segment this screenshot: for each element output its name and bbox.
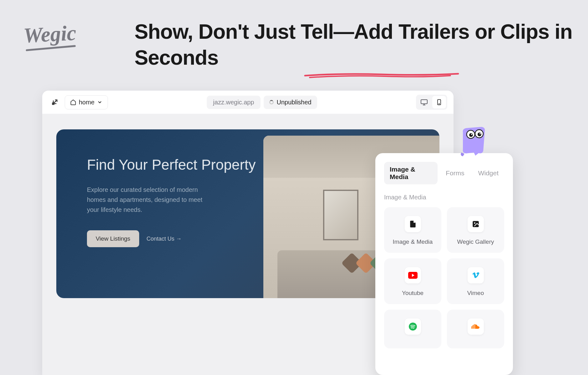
svg-rect-10 bbox=[474, 324, 475, 329]
media-label: Youtube bbox=[402, 290, 423, 297]
vimeo-icon bbox=[471, 272, 480, 279]
device-toggle bbox=[416, 95, 447, 110]
gallery-icon bbox=[472, 220, 480, 228]
home-dropdown[interactable]: home bbox=[65, 95, 108, 109]
tab-image-media[interactable]: Image & Media bbox=[384, 162, 438, 184]
hero-title: Find Your Perfect Property bbox=[87, 156, 263, 173]
wegic-logo: Wegic bbox=[23, 21, 77, 48]
media-label: Vimeo bbox=[467, 290, 484, 297]
svg-point-19 bbox=[479, 133, 481, 134]
svg-rect-0 bbox=[421, 100, 427, 104]
view-listings-button[interactable]: View Listings bbox=[87, 230, 139, 247]
svg-rect-9 bbox=[473, 325, 474, 329]
spotify-icon bbox=[408, 322, 417, 331]
tab-widget[interactable]: Widget bbox=[473, 166, 504, 181]
mobile-icon bbox=[436, 98, 442, 106]
chevron-down-icon bbox=[97, 99, 103, 105]
home-icon bbox=[70, 99, 76, 105]
media-item-wegic-gallery[interactable]: Wegic Gallery bbox=[447, 207, 504, 253]
media-label: Image & Media bbox=[393, 238, 433, 245]
tab-forms[interactable]: Forms bbox=[440, 166, 470, 181]
desktop-icon bbox=[420, 98, 428, 106]
media-item-youtube[interactable]: Youtube bbox=[384, 258, 441, 304]
media-item-image-media[interactable]: Image & Media bbox=[384, 207, 441, 253]
contact-us-link[interactable]: Contact Us → bbox=[147, 236, 182, 242]
svg-point-18 bbox=[471, 134, 472, 135]
hero-description: Explore our curated selection of modern … bbox=[87, 185, 215, 215]
svg-point-4 bbox=[474, 222, 475, 224]
url-display[interactable]: jazz.wegic.app bbox=[207, 96, 260, 109]
home-label: home bbox=[79, 99, 94, 106]
media-item-soundcloud[interactable] bbox=[447, 310, 504, 348]
page-headline: Show, Don't Just Tell—Add Trailers or Cl… bbox=[134, 19, 588, 70]
panel-tabs: Image & Media Forms Widget bbox=[384, 162, 504, 184]
desktop-view-button[interactable] bbox=[417, 96, 431, 108]
panel-section-title: Image & Media bbox=[384, 194, 504, 201]
headline-underline-decoration bbox=[303, 72, 460, 78]
svg-point-17 bbox=[478, 132, 481, 136]
expand-button[interactable] bbox=[48, 96, 61, 108]
media-item-spotify[interactable] bbox=[384, 310, 441, 348]
svg-point-2 bbox=[439, 103, 439, 104]
media-item-vimeo[interactable]: Vimeo bbox=[447, 258, 504, 304]
insert-panel: Image & Media Forms Widget Image & Media… bbox=[375, 153, 513, 375]
publish-status[interactable]: Unpublished bbox=[264, 96, 317, 109]
youtube-icon bbox=[408, 272, 418, 279]
status-spinner-icon bbox=[269, 100, 274, 104]
svg-rect-7 bbox=[471, 326, 472, 329]
browser-toolbar: home jazz.wegic.app Unpublished bbox=[42, 91, 454, 114]
svg-point-16 bbox=[469, 133, 473, 137]
media-label: Wegic Gallery bbox=[457, 238, 494, 245]
mascot-character bbox=[454, 124, 491, 159]
soundcloud-icon bbox=[471, 324, 481, 329]
svg-rect-8 bbox=[472, 325, 473, 329]
status-label: Unpublished bbox=[277, 99, 312, 106]
file-icon bbox=[409, 220, 417, 228]
mobile-view-button[interactable] bbox=[432, 96, 446, 108]
